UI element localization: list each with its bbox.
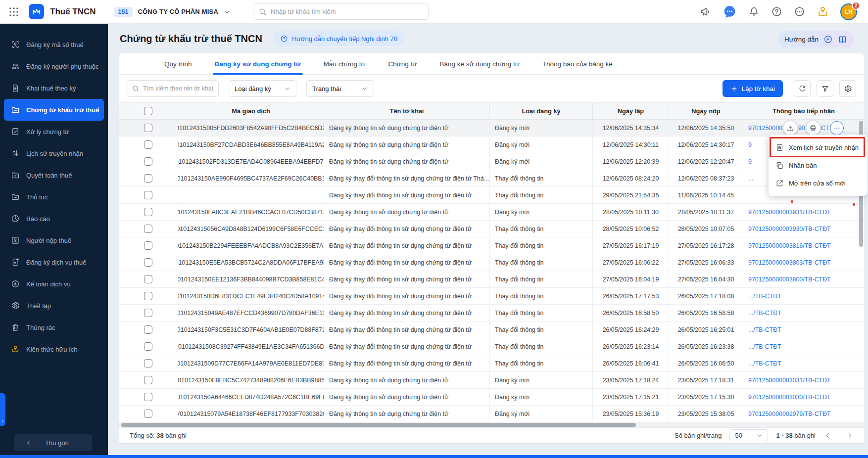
table-row[interactable]: V0101243150A64466CEED874D248A572C6C1BE69…: [119, 389, 864, 406]
sidebar-item-5[interactable]: Lịch sử truyền nhận: [0, 142, 108, 164]
tab-1[interactable]: Đăng ký sử dụng chứng từ: [215, 53, 301, 74]
table-row[interactable]: V0101243150F8EBC5C7427348988206E6EB3BB98…: [119, 372, 864, 389]
table-row[interactable]: V0101243150EE12136F3BB844098B7CD3B858E81…: [119, 271, 864, 288]
row-checkbox[interactable]: [144, 342, 152, 351]
notice-link[interactable]: 9: [748, 141, 752, 148]
column-header[interactable]: Tên tờ khai: [324, 103, 490, 119]
notice-link[interactable]: 9701250000003803/TB-CTĐT: [748, 259, 831, 266]
notice-link[interactable]: 9701250000003800/TB-CTĐT: [748, 276, 831, 283]
notice-link[interactable]: .../TB-CTĐT: [748, 360, 781, 367]
sidebar-item-9[interactable]: Người nộp thuế: [0, 229, 108, 251]
table-row[interactable]: V010124315005FDD2603F8542A98FFD5C2B4BEC6…: [119, 120, 864, 137]
row-checkbox[interactable]: [144, 157, 152, 166]
notice-link[interactable]: 9701250000: [748, 125, 782, 132]
row-checkbox[interactable]: [144, 258, 152, 267]
notice-link[interactable]: CT: [821, 125, 829, 132]
notice-link[interactable]: 9701250000003031/TB-CTĐT: [748, 377, 831, 384]
row-checkbox[interactable]: [144, 140, 152, 149]
tab-3[interactable]: Chứng từ: [388, 53, 417, 74]
row-checkbox[interactable]: [144, 191, 152, 199]
notice-link[interactable]: .../TB-CTĐT: [748, 293, 781, 300]
table-row[interactable]: V0101243150AE990F4695BC4737AE2F69C26C40B…: [119, 170, 864, 187]
table-row[interactable]: V0101243150B2294FEEEBFA4ADCB8A93C2E356E7…: [119, 237, 864, 254]
create-declaration-button[interactable]: Lập tờ khai: [723, 80, 783, 97]
next-page-icon[interactable]: [846, 431, 854, 440]
table-search-input[interactable]: [143, 85, 214, 92]
tab-4[interactable]: Bảng kê sử dụng chứng từ: [439, 53, 519, 74]
settings-button[interactable]: [839, 80, 856, 97]
column-header[interactable]: Ngày lập: [593, 103, 669, 119]
row-checkbox[interactable]: [144, 124, 152, 132]
sidebar-item-7[interactable]: Thủ tục: [0, 186, 108, 208]
row-checkbox[interactable]: [144, 275, 152, 283]
table-row[interactable]: V0101243150D6E831DCEC1F49E3B240C4D58A109…: [119, 288, 864, 305]
row-checkbox[interactable]: [144, 208, 152, 216]
global-search[interactable]: [253, 3, 429, 20]
notice-link[interactable]: 9701250000003930/TB-CTĐT: [748, 226, 831, 232]
sidebar-item-1[interactable]: Đăng ký người phụ thuộc: [0, 55, 108, 77]
app-grid-icon[interactable]: [8, 6, 20, 18]
column-header[interactable]: Loại đăng ký: [490, 103, 593, 119]
column-header[interactable]: Thông báo tiếp nhận: [743, 103, 864, 119]
video-play-icon[interactable]: [823, 35, 833, 44]
notice-link[interactable]: 9701250000003030/TB-CTĐT: [748, 394, 831, 401]
guide-link[interactable]: Hướng dẫn chuyển tiếp Nghị định 70: [273, 31, 404, 46]
sidebar-item-6[interactable]: Quyết toán thuế: [0, 164, 108, 186]
sidebar-item-8[interactable]: Báo cáo: [0, 208, 108, 229]
notice-link[interactable]: 9701250000003816/TB-CTĐT: [748, 242, 831, 249]
notice-link[interactable]: .../TB-CTĐT: [748, 343, 781, 350]
sidebar-item-13[interactable]: Thùng rác: [0, 317, 108, 338]
table-row[interactable]: Đăng ký thay đổi thông tin sử dụng chứng…: [119, 187, 864, 204]
book-icon[interactable]: [838, 35, 847, 44]
tab-5[interactable]: Thông báo của bảng kê: [542, 53, 613, 74]
prev-page-icon[interactable]: [823, 431, 832, 440]
sidebar-item-12[interactable]: Thiết lập: [0, 295, 108, 317]
status-filter-dropdown[interactable]: Trạng thái: [306, 80, 374, 97]
row-checkbox[interactable]: [144, 410, 152, 418]
row-checkbox[interactable]: [144, 325, 152, 334]
notice-link[interactable]: 9: [748, 158, 752, 165]
row-checkbox[interactable]: [144, 376, 152, 384]
table-search[interactable]: [127, 80, 219, 97]
chevron-down-icon[interactable]: [223, 8, 231, 16]
row-checkbox[interactable]: [144, 292, 152, 300]
table-row[interactable]: V010124315079A54E18738F46EF8177933F70303…: [119, 406, 864, 422]
row-checkbox[interactable]: [144, 174, 152, 183]
menu-item-1[interactable]: Nhân bản: [769, 156, 868, 174]
per-page-select[interactable]: 50: [729, 429, 768, 442]
notice-link[interactable]: 9701250000003931/TB-CTĐT: [748, 209, 831, 216]
chat-icon[interactable]: [723, 4, 737, 19]
type-filter-dropdown[interactable]: Loại đăng ký: [229, 80, 296, 97]
row-checkbox[interactable]: [144, 309, 152, 317]
menu-item-2[interactable]: Mở trên cửa sổ mới: [769, 174, 868, 192]
tab-2[interactable]: Mẫu chứng từ: [324, 53, 366, 74]
table-row[interactable]: V01012431509D77C7E66FA14A979AE0E811ED7DE…: [119, 355, 864, 372]
more-options-icon[interactable]: [794, 6, 805, 17]
table-row[interactable]: V0101243150FA8C3EAE21BB46CCACF07CD50CB87…: [119, 204, 864, 221]
announcement-icon[interactable]: [700, 6, 711, 17]
notification-bell-icon[interactable]: [748, 6, 760, 17]
notice-link[interactable]: 9701250000002979/TB-CTĐT: [748, 411, 831, 417]
horizontal-scrollbar-thumb[interactable]: [121, 423, 636, 427]
notice-link[interactable]: ...: [748, 175, 753, 182]
notice-link[interactable]: .../TB-CTĐT: [748, 326, 781, 333]
company-selector[interactable]: CÔNG TY CỔ PHẦN MISA: [138, 8, 218, 15]
row-checkbox[interactable]: [144, 359, 152, 367]
sidebar-item-3[interactable]: Chứng từ khấu trừ thuế: [4, 99, 104, 121]
row-checkbox[interactable]: [144, 393, 152, 401]
table-row[interactable]: V01012431508C39274FF43849E1AE3C34FA65136…: [119, 338, 864, 355]
download-button[interactable]: [783, 121, 797, 135]
knowledge-icon[interactable]: [817, 5, 829, 18]
help-button[interactable]: Hướng dẫn: [777, 31, 854, 47]
row-more-button[interactable]: [830, 121, 844, 135]
row-checkbox[interactable]: [144, 241, 152, 250]
table-row[interactable]: V010124315049AE487EFCCD4369907D780DAF36E…: [119, 305, 864, 321]
table-row[interactable]: V0101243150BF27CDABD3E646BB855E8A49B4119…: [119, 137, 864, 153]
column-header[interactable]: Mã giao dịch: [178, 103, 324, 119]
sidebar-item-0[interactable]: Đăng ký mã số thuế: [0, 34, 108, 55]
sidebar-item-4[interactable]: Xử lý chứng từ: [0, 121, 108, 142]
filter-button[interactable]: [817, 80, 833, 97]
notice-link[interactable]: 90: [798, 125, 805, 132]
column-header[interactable]: Ngày nộp: [669, 103, 743, 119]
table-row[interactable]: V0101243150F3C5E31C3D7F4604AB1E0E07D88F8…: [119, 321, 864, 338]
